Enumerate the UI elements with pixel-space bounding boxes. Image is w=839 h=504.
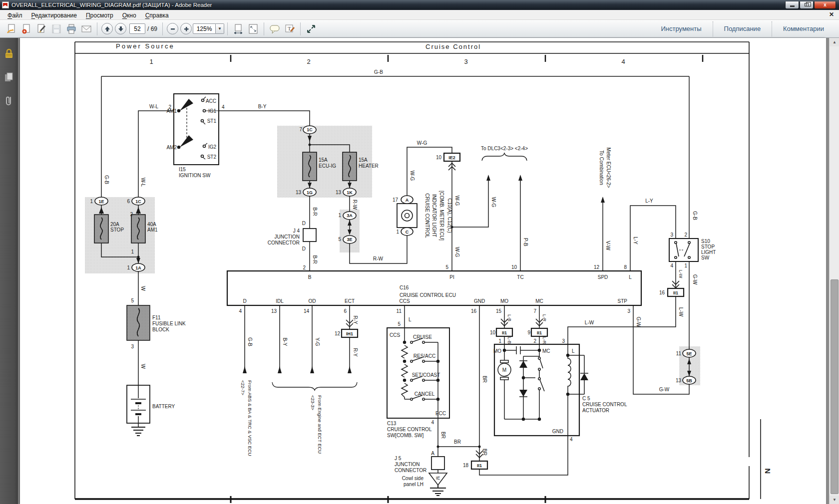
label-sec-1: 1 xyxy=(149,58,153,65)
scroll-up-icon[interactable]: ▲ xyxy=(830,38,839,46)
toolbar: / 69 125% ▼ T ИнструментыПодписаниеКомме… xyxy=(0,20,839,38)
page-arrow-icon xyxy=(6,23,17,34)
label-f-am1-a: 40A xyxy=(147,222,156,227)
label-pin13-5b: 13 xyxy=(676,378,682,383)
label-pin14-od: 14 xyxy=(304,308,310,314)
label-pin11-ccs: 11 xyxy=(397,308,402,314)
label-f-heater: HEATER xyxy=(359,163,379,169)
label-pin16-gnd: 16 xyxy=(471,308,477,314)
page-number-input[interactable] xyxy=(129,23,145,34)
scrollbar-thumb[interactable] xyxy=(831,279,839,494)
label-cie2: IE2 xyxy=(448,155,455,160)
label-c16-2: CRUISE CONTROL ECU xyxy=(400,292,456,298)
vertical-scrollbar[interactable]: ▲ ▼ xyxy=(829,38,839,504)
label-yg-od: Y-G xyxy=(315,338,320,346)
label-c1e: 1E xyxy=(98,199,104,204)
label-cm-1: To Combination xyxy=(599,150,604,185)
label-ly-r: L-Y xyxy=(633,237,638,245)
label-pin10-ie2: 10 xyxy=(436,155,442,160)
save-copy-button[interactable] xyxy=(5,22,18,35)
comment-button[interactable] xyxy=(268,22,281,35)
label-pin1-c: 1 xyxy=(396,229,399,235)
lock-icon xyxy=(4,48,14,59)
print-button[interactable] xyxy=(65,22,78,35)
label-lb-2: L-B xyxy=(507,337,512,344)
minimize-button[interactable] xyxy=(785,1,799,9)
text-markup-button[interactable]: T xyxy=(283,22,296,35)
pages-panel-button[interactable] xyxy=(0,69,18,86)
label-c1g: 1G xyxy=(307,190,313,195)
ecu-input-arrows xyxy=(243,320,358,390)
menu-0[interactable]: Файл xyxy=(3,11,27,20)
label-pin9-ii1: 9 xyxy=(527,330,530,335)
label-pin1-3a: 1 xyxy=(338,213,341,218)
ground-symbol xyxy=(430,485,446,496)
minus-icon xyxy=(170,26,176,32)
label-vw: V-W xyxy=(605,241,611,251)
tab-2[interactable]: Комментарии xyxy=(772,20,835,37)
label-s10-2: STOP xyxy=(701,244,715,250)
label-pin3-stp: 3 xyxy=(627,308,630,314)
label-b-tc: TC xyxy=(517,274,523,280)
close-document-icon[interactable]: ✕ xyxy=(829,11,834,18)
label-cA: A xyxy=(406,198,409,203)
label-pin1-act: 1 xyxy=(498,338,501,344)
label-ind-2: INDICATOR LIGHT xyxy=(431,194,437,237)
label-ind-4: C10(A), C12(C) xyxy=(447,198,452,233)
label-pin2-b: 2 xyxy=(303,265,306,270)
label-pin10-tc: 10 xyxy=(511,264,517,270)
fit-page-icon xyxy=(248,23,259,34)
scroll-down-icon[interactable]: ▼ xyxy=(830,496,839,504)
label-d-2: D xyxy=(302,246,306,252)
menu-1[interactable]: Редактирование xyxy=(27,11,81,20)
label-br-1r: BR xyxy=(440,432,446,439)
speech-bubble-icon xyxy=(269,23,280,34)
label-pin6-ect: 6 xyxy=(344,308,347,314)
label-pin6-1c: 6 xyxy=(127,199,130,204)
attachments-panel-button[interactable] xyxy=(0,93,18,110)
menu-3[interactable]: Окно xyxy=(118,11,141,20)
label-j4-2: JUNCTION xyxy=(274,234,300,240)
label-power-source: Power Source xyxy=(116,42,175,50)
tab-1[interactable]: Подписание xyxy=(713,20,772,37)
label-ccs-in: CCS xyxy=(390,332,400,338)
label-c5e: 5E xyxy=(686,351,692,356)
label-j5-2: JUNCTION xyxy=(395,462,420,467)
email-button[interactable] xyxy=(80,22,93,35)
label-pin12-spd: 12 xyxy=(594,264,600,270)
fullscreen-button[interactable] xyxy=(305,22,318,35)
sign-button[interactable] xyxy=(35,22,48,35)
label-c5b: 5B xyxy=(686,378,692,383)
fit-width-button[interactable] xyxy=(232,22,245,35)
label-cruise-control: Cruise Control xyxy=(425,43,481,50)
zoom-out-button[interactable] xyxy=(167,23,178,34)
security-panel-button[interactable] xyxy=(0,45,18,62)
menu-4[interactable]: Справка xyxy=(141,11,173,20)
fit-page-button[interactable] xyxy=(247,22,260,35)
title-bar: OVERALL_ELECTRICAL_WIRING_DIAGRAM.pdf (З… xyxy=(0,0,839,10)
label-j4-3: CONNECTOR xyxy=(268,240,300,246)
label-ecc: ECC xyxy=(435,411,446,416)
previous-page-button[interactable] xyxy=(101,23,113,34)
label-cm-2: Meter ECU<26-2> xyxy=(606,147,611,188)
zoom-in-button[interactable] xyxy=(180,23,192,34)
menu-2[interactable]: Просмотр xyxy=(81,11,118,20)
save-button[interactable] xyxy=(50,22,63,35)
adobe-reader-icon xyxy=(2,1,9,8)
zoom-level[interactable]: 125% xyxy=(193,23,216,34)
label-w-1: W xyxy=(140,286,146,291)
tab-0[interactable]: Инструменты xyxy=(650,20,712,37)
label-cii9: II1 xyxy=(537,330,542,335)
next-page-button[interactable] xyxy=(115,23,126,34)
close-button[interactable]: x xyxy=(814,1,836,9)
label-cii10: II1 xyxy=(502,330,507,335)
export-pdf-button[interactable] xyxy=(20,22,33,35)
restore-button[interactable] xyxy=(800,1,814,9)
label-ref-22: <22-7> xyxy=(240,380,246,396)
label-f11: F11 xyxy=(152,315,161,320)
label-i15: I15 xyxy=(179,167,186,172)
label-br-2: B-R xyxy=(312,255,318,263)
zoom-dropdown-arrow-icon[interactable]: ▼ xyxy=(216,23,224,34)
label-b-ccs: CCS xyxy=(399,298,410,304)
label-s10-3: LIGHT xyxy=(701,250,716,255)
